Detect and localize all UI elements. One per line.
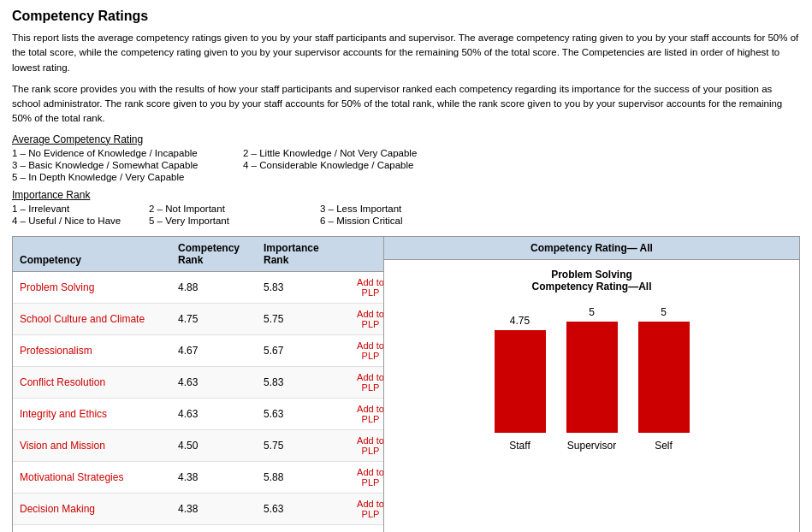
table-row: Conflict Resolution 4.63 5.83 Add to PLP [13,367,383,399]
add-to-plp-button[interactable]: Add to PLP [349,404,383,424]
header-competency: Competency [20,254,178,266]
rank-3: 3 – Less Important [320,204,800,214]
table-body: Problem Solving 4.88 5.83 Add to PLP Sch… [13,272,383,533]
header-comp-rank: CompetencyRank [178,242,264,266]
main-table-area: Competency CompetencyRank ImportanceRank… [12,236,800,533]
chart-title-line1: Problem Solving [551,269,632,281]
importance-rank-legend: Importance Rank 1 – Irrelevant 2 – Not I… [12,189,800,226]
add-to-plp-button[interactable]: Add to PLP [349,340,383,361]
bar-label-self: Self [655,440,673,452]
table-row: Motivational Strategies 4.38 5.88 Add to… [13,462,383,494]
imp-rank-value: 5.63 [264,503,349,515]
header-imp-rank: ImportanceRank [264,242,349,266]
competency-name[interactable]: Problem Solving [20,281,178,293]
bar-group-self: 5 Self [638,306,690,452]
importance-rank-title: Importance Rank [12,189,800,201]
legend-item-5b [243,172,800,182]
competency-name[interactable]: Motivational Strategies [20,471,178,483]
bar-group-supervisor: 5 Supervisor [566,306,618,452]
chart-area: 4.75 Staff 5 Supervisor 5 Self [495,306,690,455]
bar-label-staff: Staff [509,440,530,452]
legend-item-5: 5 – In Depth Knowledge / Very Capable [12,172,243,182]
competency-name[interactable]: Professionalism [20,345,178,357]
rank-1: 1 – Irrelevant [12,204,149,214]
bar-self [638,322,690,433]
competency-name[interactable]: Conflict Resolution [20,376,178,388]
table-row: Technology Integration 4.29 5.29 Add to [13,525,383,533]
average-competency-title: Average Competency Rating [12,133,800,145]
imp-rank-value: 5.75 [264,313,349,325]
comp-rank-value: 4.67 [178,345,264,357]
legend-item-1: 1 – No Evidence of Knowledge / Incapable [12,148,243,158]
add-to-plp-button[interactable]: Add to PLP [349,277,383,298]
average-competency-grid: 1 – No Evidence of Knowledge / Incapable… [12,148,800,182]
description-1: This report lists the average competency… [12,31,800,75]
chart-container: Problem Solving Competency Rating—All 4.… [495,269,690,455]
bar-group-staff: 4.75 Staff [495,315,546,452]
imp-rank-value: 5.63 [264,408,349,420]
imp-rank-value: 5.83 [264,281,349,293]
add-to-plp-button[interactable]: Add to PLP [349,499,383,519]
bar-value-supervisor: 5 [589,306,595,318]
rank-4: 4 – Useful / Nice to Have [12,216,149,226]
comp-rank-value: 4.88 [178,281,264,293]
imp-rank-value: 5.83 [264,376,349,388]
bar-staff [495,330,546,433]
rank-6: 6 – Mission Critical [320,216,800,226]
legend-item-3: 3 – Basic Knowledge / Somewhat Capable [12,160,243,170]
table-row: Problem Solving 4.88 5.83 Add to PLP [13,272,383,304]
competency-name[interactable]: Decision Making [20,503,178,515]
comp-rank-value: 4.63 [178,376,264,388]
competency-name[interactable]: School Culture and Climate [20,313,178,325]
description-2: The rank score provides you with the res… [12,82,800,127]
chart-title-line2: Competency Rating—All [531,281,651,293]
comp-rank-value: 4.50 [178,440,264,452]
page-title: Competency Ratings [12,9,800,24]
right-panel: Competency Rating— All Problem Solving C… [384,236,800,533]
right-panel-header: Competency Rating— All [384,237,799,260]
table-header: Competency CompetencyRank ImportanceRank [13,237,383,272]
left-panel: Competency CompetencyRank ImportanceRank… [12,236,384,533]
comp-rank-value: 4.38 [178,503,264,515]
add-to-plp-button[interactable]: Add to PLP [349,435,383,456]
add-to-plp-button[interactable]: Add to PLP [349,467,383,488]
page-container: Competency Ratings This report lists the… [0,0,812,532]
chart-title: Problem Solving Competency Rating—All [531,269,651,293]
comp-rank-value: 4.75 [178,313,264,325]
bar-supervisor [566,322,618,433]
imp-rank-value: 5.67 [264,345,349,357]
add-to-plp-button[interactable]: Add to PLP [349,372,383,393]
comp-rank-value: 4.38 [178,471,264,483]
legend-item-2: 2 – Little Knowledge / Not Very Capable [243,148,800,158]
table-row: Integrity and Ethics 4.63 5.63 Add to PL… [13,399,383,430]
table-row: School Culture and Climate 4.75 5.75 Add… [13,304,383,335]
competency-name[interactable]: Integrity and Ethics [20,408,178,420]
bar-label-supervisor: Supervisor [567,440,616,452]
table-row: Decision Making 4.38 5.63 Add to PLP [13,494,383,525]
rank-2: 2 – Not Important [149,204,320,214]
imp-rank-value: 5.75 [264,440,349,452]
table-row: Professionalism 4.67 5.67 Add to PLP [13,335,383,367]
comp-rank-value: 4.63 [178,408,264,420]
rank-5: 5 – Very Important [149,216,320,226]
bar-value-self: 5 [661,306,667,318]
imp-rank-value: 5.88 [264,471,349,483]
average-competency-legend: Average Competency Rating 1 – No Evidenc… [12,133,800,182]
competency-name[interactable]: Vision and Mission [20,440,178,452]
importance-rank-grid: 1 – Irrelevant 2 – Not Important 3 – Les… [12,204,800,226]
table-row: Vision and Mission 4.50 5.75 Add to PLP [13,430,383,462]
legend-item-4: 4 – Considerable Knowledge / Capable [243,160,800,170]
bar-value-staff: 4.75 [510,315,530,327]
add-to-plp-button[interactable]: Add to PLP [349,309,383,329]
